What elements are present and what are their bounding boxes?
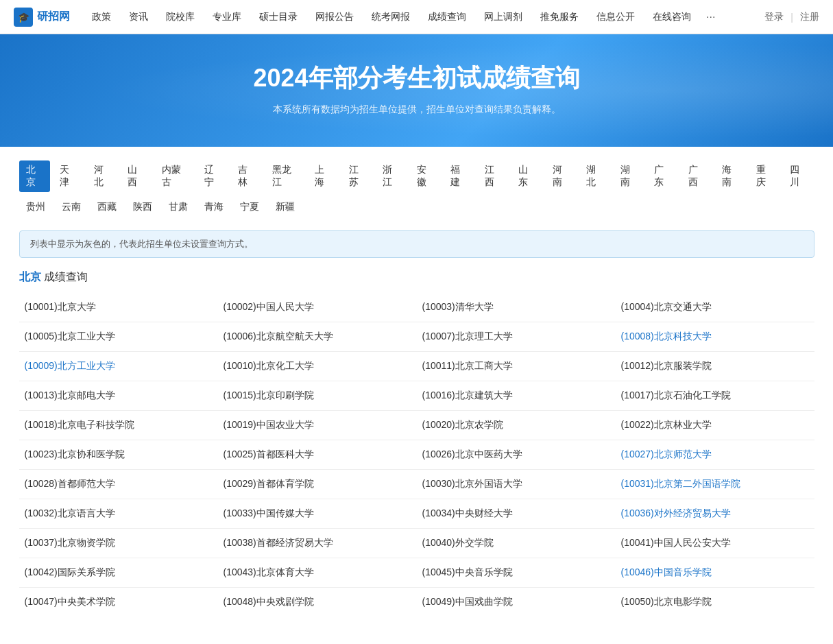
university-cell: (10006)北京航空航天大学 [218, 322, 417, 352]
university-cell: (10005)北京工业大学 [19, 322, 218, 352]
province-tab[interactable]: 天津 [53, 160, 84, 192]
province-tab[interactable]: 云南 [55, 198, 88, 217]
province-tab[interactable]: 西藏 [90, 198, 123, 217]
province-tab[interactable]: 陕西 [126, 198, 159, 217]
province-tab[interactable]: 江苏 [342, 160, 374, 192]
province-tab[interactable]: 贵州 [19, 198, 52, 217]
university-cell: (10047)中央美术学院 [19, 588, 218, 617]
university-cell[interactable]: (10008)北京科技大学 [616, 322, 814, 352]
university-cell: (10050)北京电影学院 [616, 588, 814, 617]
section-title: 北京 成绩查询 [19, 270, 814, 285]
nav-right: 登录 | 注册 [764, 11, 819, 23]
login-link[interactable]: 登录 [764, 11, 784, 23]
university-cell: (10030)北京外国语大学 [417, 470, 616, 499]
province-tab[interactable]: 宁夏 [233, 198, 266, 217]
table-row: (10042)国际关系学院(10043)北京体育大学(10045)中央音乐学院(… [19, 558, 814, 588]
province-tab[interactable]: 上海 [308, 160, 339, 192]
nav-policy[interactable]: 政策 [89, 11, 114, 23]
nav-report[interactable]: 网报公告 [313, 11, 357, 23]
nav-consult[interactable]: 在线咨询 [650, 11, 694, 23]
nav-school[interactable]: 院校库 [163, 11, 197, 23]
province-tab[interactable]: 四川 [783, 160, 814, 192]
province-tab[interactable]: 重庆 [749, 160, 781, 192]
university-table: (10001)北京大学(10002)中国人民大学(10003)清华大学(1000… [19, 293, 814, 617]
university-cell[interactable]: (10027)北京师范大学 [616, 440, 814, 470]
province-tab[interactable]: 江西 [478, 160, 509, 192]
table-row: (10001)北京大学(10002)中国人民大学(10003)清华大学(1000… [19, 293, 814, 322]
university-cell: (10040)外交学院 [417, 529, 616, 558]
nav-public[interactable]: 信息公开 [594, 11, 638, 23]
university-cell: (10032)北京语言大学 [19, 499, 218, 529]
nav-sep: | [790, 12, 793, 23]
university-cell[interactable]: (10036)对外经济贸易大学 [616, 499, 814, 529]
university-cell: (10004)北京交通大学 [616, 293, 814, 322]
nav-catalog[interactable]: 硕士目录 [256, 11, 300, 23]
university-cell: (10011)北京工商大学 [417, 352, 616, 381]
hero-title: 2024年部分考生初试成绩查询 [14, 62, 819, 95]
province-tab[interactable]: 新疆 [269, 198, 302, 217]
nav-exempt[interactable]: 推免服务 [538, 11, 581, 23]
table-row: (10009)北方工业大学(10010)北京化工大学(10011)北京工商大学(… [19, 352, 814, 381]
table-row: (10032)北京语言大学(10033)中国传媒大学(10034)中央财经大学(… [19, 499, 814, 529]
university-cell[interactable]: (10031)北京第二外国语学院 [616, 470, 814, 499]
province-tab[interactable]: 山西 [121, 160, 152, 192]
main-content: 北京天津河北山西内蒙古辽宁吉林黑龙江上海江苏浙江安徽福建江西山东河南湖北湖南广东… [5, 147, 828, 630]
nav-score[interactable]: 成绩查询 [425, 11, 469, 23]
university-cell: (10018)北京电子科技学院 [19, 411, 218, 440]
university-cell: (10025)首都医科大学 [218, 440, 417, 470]
logo[interactable]: 🎓 研招网 [14, 8, 70, 27]
university-cell: (10028)首都师范大学 [19, 470, 218, 499]
table-row: (10018)北京电子科技学院(10019)中国农业大学(10020)北京农学院… [19, 411, 814, 440]
province-tab[interactable]: 广西 [681, 160, 713, 192]
province-tab[interactable]: 湖南 [614, 160, 645, 192]
university-cell: (10007)北京理工大学 [417, 322, 616, 352]
province-tab[interactable]: 安徽 [410, 160, 442, 192]
university-cell: (10022)北京林业大学 [616, 411, 814, 440]
university-cell: (10045)中央音乐学院 [417, 558, 616, 588]
university-cell[interactable]: (10046)中国音乐学院 [616, 558, 814, 588]
province-tab[interactable]: 山东 [511, 160, 543, 192]
province-tab[interactable]: 浙江 [376, 160, 407, 192]
province-tabs: 北京天津河北山西内蒙古辽宁吉林黑龙江上海江苏浙江安徽福建江西山东河南湖北湖南广东… [19, 160, 814, 217]
university-cell: (10010)北京化工大学 [218, 352, 417, 381]
university-cell: (10049)中国戏曲学院 [417, 588, 616, 617]
nav-more[interactable]: ··· [706, 11, 715, 23]
top-navigation: 🎓 研招网 政策 资讯 院校库 专业库 硕士目录 网报公告 统考网报 成绩查询 … [0, 0, 833, 34]
nav-major[interactable]: 专业库 [210, 11, 244, 23]
province-tab[interactable]: 福建 [444, 160, 475, 192]
table-row: (10013)北京邮电大学(10015)北京印刷学院(10016)北京建筑大学(… [19, 381, 814, 411]
province-tab[interactable]: 河南 [546, 160, 577, 192]
university-cell: (10020)北京农学院 [417, 411, 616, 440]
university-cell[interactable]: (10009)北方工业大学 [19, 352, 218, 381]
province-tab[interactable]: 黑龙江 [265, 160, 305, 192]
register-link[interactable]: 注册 [800, 11, 819, 23]
university-cell: (10038)首都经济贸易大学 [218, 529, 417, 558]
university-cell: (10017)北京石油化工学院 [616, 381, 814, 411]
province-tab[interactable]: 青海 [197, 198, 230, 217]
nav-adjust[interactable]: 网上调剂 [481, 11, 525, 23]
province-tab[interactable]: 河北 [87, 160, 119, 192]
hero-banner: 2024年部分考生初试成绩查询 本系统所有数据均为招生单位提供，招生单位对查询结… [0, 34, 833, 147]
logo-text: 研招网 [37, 10, 70, 24]
info-box: 列表中显示为灰色的，代表此招生单位未设置查询方式。 [19, 230, 814, 258]
university-cell: (10043)北京体育大学 [218, 558, 417, 588]
province-tab[interactable]: 辽宁 [197, 160, 229, 192]
province-tab[interactable]: 内蒙古 [155, 160, 195, 192]
university-cell: (10026)北京中医药大学 [417, 440, 616, 470]
university-cell: (10003)清华大学 [417, 293, 616, 322]
table-row: (10047)中央美术学院(10048)中央戏剧学院(10049)中国戏曲学院(… [19, 588, 814, 617]
university-cell: (10001)北京大学 [19, 293, 218, 322]
info-text: 列表中显示为灰色的，代表此招生单位未设置查询方式。 [30, 239, 253, 249]
nav-info[interactable]: 资讯 [126, 11, 151, 23]
section-suffix: 成绩查询 [41, 271, 88, 283]
province-tab[interactable]: 吉林 [231, 160, 263, 192]
university-cell: (10016)北京建筑大学 [417, 381, 616, 411]
province-tab[interactable]: 甘肃 [162, 198, 195, 217]
province-tab[interactable]: 海南 [715, 160, 747, 192]
province-tab[interactable]: 湖北 [579, 160, 611, 192]
nav-unified[interactable]: 统考网报 [369, 11, 413, 23]
university-cell: (10023)北京协和医学院 [19, 440, 218, 470]
province-tab[interactable]: 广东 [647, 160, 679, 192]
university-cell: (10012)北京服装学院 [616, 352, 814, 381]
province-tab[interactable]: 北京 [19, 160, 51, 192]
